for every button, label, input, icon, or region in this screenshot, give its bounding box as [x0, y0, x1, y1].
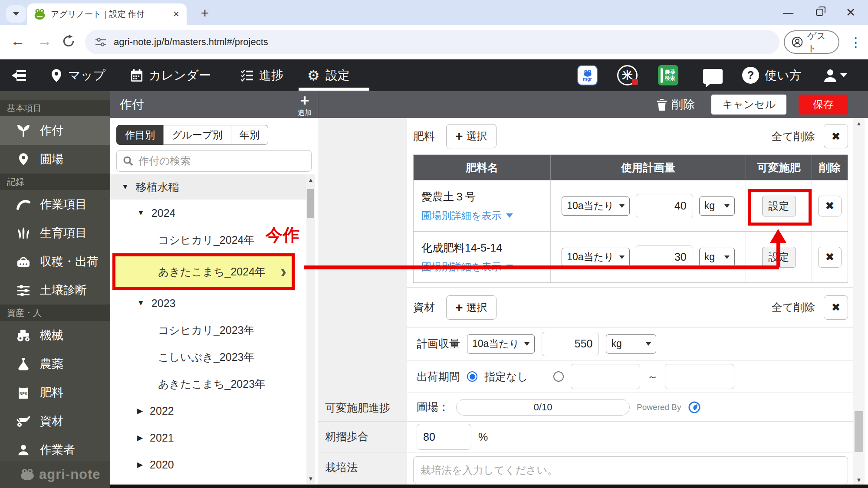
sidebar-item-hojo[interactable]: 圃場	[0, 145, 110, 174]
sidebar-item-pesticide[interactable]: 農薬	[0, 350, 110, 378]
tab-by-year[interactable]: 年別	[231, 125, 268, 145]
tree-search-box[interactable]	[116, 150, 312, 172]
window-close-button[interactable]: ✕	[838, 0, 864, 25]
sidebar-item-label: 作業項目	[40, 197, 87, 212]
user-menu-button[interactable]	[823, 59, 847, 91]
period-range-radio[interactable]	[553, 371, 564, 382]
select-caret-icon	[724, 255, 730, 259]
search-input[interactable]	[138, 155, 305, 167]
svg-text:NPK: NPK	[20, 391, 28, 396]
tree-node-2023[interactable]: ▼ 2023	[110, 290, 308, 317]
delete-button[interactable]: 削除	[657, 97, 695, 112]
variable-progress-label: 可変施肥進捗	[318, 393, 407, 422]
reload-button[interactable]	[62, 34, 76, 50]
period-end-input[interactable]	[665, 364, 734, 389]
pesticide-search-button[interactable]: 農薬検索	[658, 65, 678, 85]
annotation-horizontal-line	[304, 265, 779, 269]
row-delete-button[interactable]: ✖	[818, 196, 842, 216]
url-text: agri-note.jp/b/masters.html#/projects	[114, 36, 268, 48]
tree-node-2024[interactable]: ▼ 2024	[110, 200, 308, 226]
detail-scrollbar[interactable]: ▲ ▼	[853, 118, 865, 485]
field-detail-link[interactable]: 圃場別詳細を表示	[421, 209, 513, 223]
back-button[interactable]: ←	[10, 33, 25, 49]
sidebar-item-growth-items[interactable]: 生育項目	[0, 219, 110, 247]
rice-app-button[interactable]: 米	[617, 65, 638, 85]
scroll-up-icon[interactable]: ▲	[306, 174, 315, 185]
cultivation-method-row	[407, 452, 854, 488]
amount-input[interactable]	[636, 194, 693, 218]
tab-by-group[interactable]: グループ別	[163, 125, 231, 145]
sidebar-item-sakutsuke[interactable]: 作付	[0, 116, 110, 145]
agrinote-manager-button[interactable]: mgr	[577, 65, 598, 85]
help-button[interactable]: ? 使い方	[742, 59, 802, 91]
detail-scrollbar-thumb[interactable]	[855, 411, 863, 452]
sidebar-item-harvest-shipping[interactable]: 収穫・出荷	[0, 247, 110, 276]
tree-scrollbar[interactable]: ▲ ▼	[306, 174, 315, 484]
sidebar: 基本項目 作付 圃場 記録 作業項目 生育項目	[0, 91, 110, 488]
unit-basis-select[interactable]: 10a当たり	[562, 197, 629, 216]
period-start-input[interactable]	[571, 364, 640, 389]
scroll-down-icon[interactable]: ▼	[306, 473, 315, 484]
forward-button[interactable]: →	[37, 33, 52, 49]
chat-bubble-button[interactable]	[703, 69, 723, 84]
save-button[interactable]: 保存	[799, 95, 848, 115]
sidebar-item-work-items[interactable]: 作業項目	[0, 190, 110, 219]
nav-calendar[interactable]: カレンダー	[130, 59, 211, 91]
tab-by-crop[interactable]: 作目別	[116, 125, 164, 145]
row-delete-button[interactable]: ✖	[818, 247, 842, 268]
scroll-up-icon[interactable]: ▲	[853, 118, 865, 128]
scroll-down-icon[interactable]: ▼	[853, 475, 865, 485]
unit-select[interactable]: kg	[699, 248, 735, 267]
row-label-empty	[318, 360, 407, 393]
browser-tab[interactable]: アグリノート｜設定 作付 ✕	[27, 3, 187, 25]
no-period-radio[interactable]	[467, 371, 477, 382]
site-settings-icon	[95, 37, 106, 47]
nav-settings[interactable]: ⚙ 設定	[307, 59, 350, 91]
cancel-button[interactable]: キャンセル	[711, 95, 786, 115]
sidebar-collapse-button[interactable]	[11, 59, 27, 91]
tree-node-2022[interactable]: ▶ 2022	[110, 397, 308, 424]
fertilizer-name: 化成肥料14-5-14	[421, 241, 502, 255]
planned-yield-label: 計画収量	[417, 337, 460, 351]
material-select-button[interactable]: + 選択	[446, 295, 496, 320]
yield-basis-select[interactable]: 10a当たり	[467, 334, 535, 354]
tree-scrollbar-thumb[interactable]	[307, 189, 314, 218]
browser-menu-button[interactable]: ⋮	[847, 31, 865, 53]
yield-unit-select[interactable]: kg	[606, 334, 656, 354]
sidebar-item-soil-diagnosis[interactable]: 土壌診断	[0, 276, 110, 305]
new-tab-button[interactable]: +	[196, 4, 214, 22]
tab-close-icon[interactable]: ✕	[173, 9, 180, 19]
unit-select[interactable]: kg	[699, 197, 735, 216]
window-minimize-button[interactable]: —	[775, 0, 801, 25]
tree-node-akitakomachi-2023[interactable]: あきたこまち_2023年	[110, 370, 308, 397]
sidebar-item-workers[interactable]: 作業者	[0, 436, 110, 464]
hulling-ratio-input[interactable]	[417, 424, 471, 450]
tree-node-koshiibuki-2023[interactable]: こしいぶき_2023年	[110, 344, 308, 370]
sidebar-item-fertilizer[interactable]: NPK 肥料	[0, 378, 110, 407]
cultivation-method-input[interactable]	[413, 456, 848, 484]
tab-search-button[interactable]	[6, 5, 26, 23]
tree-node-2021[interactable]: ▶ 2021	[110, 424, 308, 451]
sidebar-item-label: 機械	[40, 328, 63, 343]
tree-node-koshihikari-2023[interactable]: コシヒカリ_2023年	[110, 317, 308, 344]
fertilizer-delete-all-button[interactable]: ✖	[824, 124, 848, 148]
add-planting-button[interactable]: + 追加	[298, 93, 312, 116]
nav-progress[interactable]: 進捗	[240, 59, 283, 91]
material-delete-all-button[interactable]: ✖	[824, 295, 848, 320]
tree-node-akitakomachi-2024[interactable]: あきたこまち_2024年 ›	[112, 253, 295, 290]
tree-node-2020[interactable]: ▶ 2020	[110, 451, 308, 478]
sidebar-section-records: 記録	[0, 174, 110, 190]
unit-basis-select[interactable]: 10a当たり	[562, 248, 629, 267]
sidebar-item-materials[interactable]: 資材	[0, 407, 110, 436]
tree-node-rice[interactable]: ▼ 移植水稲	[110, 174, 308, 200]
nav-map[interactable]: マップ	[50, 59, 105, 91]
window-restore-button[interactable]	[806, 0, 832, 25]
fertilizer-select-button[interactable]: + 選択	[446, 124, 496, 148]
field-progress-pill: 0/10	[456, 399, 630, 416]
detail-panel-header: 削除 キャンセル 保存	[318, 91, 868, 118]
collapse-menu-icon	[11, 70, 27, 81]
guest-profile-button[interactable]: ゲスト	[784, 30, 839, 54]
url-bar[interactable]: agri-note.jp/b/masters.html#/projects	[85, 30, 779, 54]
sidebar-item-machinery[interactable]: 機械	[0, 321, 110, 350]
yield-amount-input[interactable]	[542, 332, 599, 356]
